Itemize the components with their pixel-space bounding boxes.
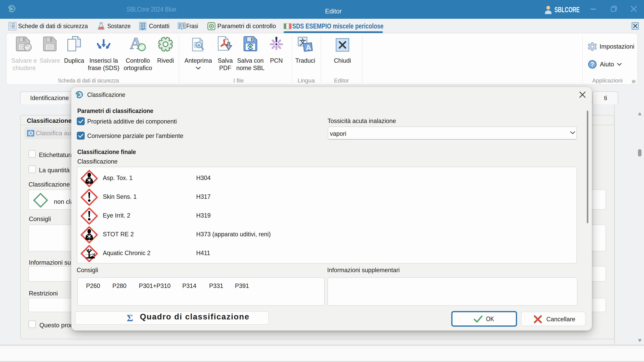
svg-text:?: ?	[590, 61, 594, 68]
svg-text:A: A	[306, 43, 312, 52]
